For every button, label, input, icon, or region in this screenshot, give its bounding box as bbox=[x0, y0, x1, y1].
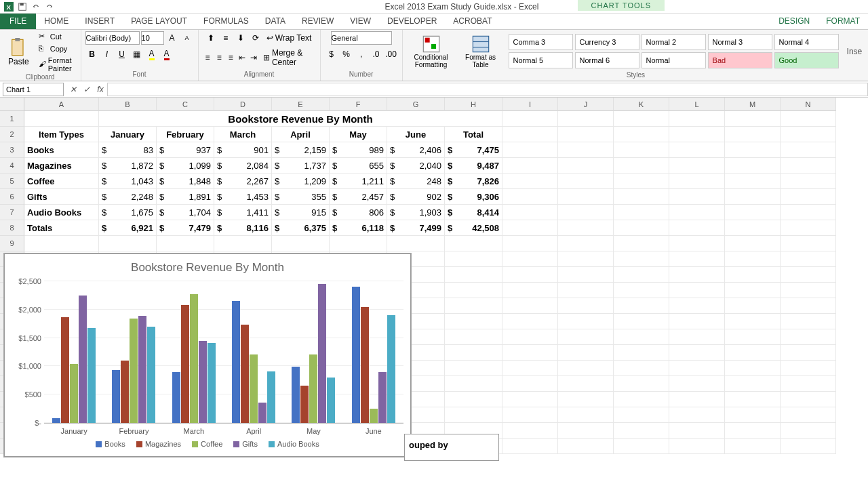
cell[interactable]: $1,737 bbox=[272, 158, 330, 174]
cut-button[interactable]: ✂Cut bbox=[36, 31, 77, 42]
cell[interactable] bbox=[669, 329, 725, 345]
cell[interactable]: $1,675 bbox=[99, 205, 157, 220]
font-color-icon[interactable]: A bbox=[160, 47, 174, 61]
cell[interactable] bbox=[502, 439, 558, 454]
cell[interactable] bbox=[502, 329, 558, 345]
cell[interactable] bbox=[669, 189, 725, 205]
cell[interactable] bbox=[502, 174, 558, 189]
percent-icon[interactable]: % bbox=[340, 47, 353, 61]
home-tab[interactable]: HOME bbox=[36, 14, 77, 29]
col-header-G[interactable]: G bbox=[387, 98, 445, 111]
cell[interactable] bbox=[725, 267, 781, 283]
bar[interactable] bbox=[292, 367, 300, 423]
cell[interactable]: $902 bbox=[387, 189, 445, 205]
cell[interactable] bbox=[558, 376, 614, 392]
cell[interactable] bbox=[558, 189, 614, 205]
cell[interactable]: $42,508 bbox=[445, 220, 502, 236]
cell[interactable]: $2,267 bbox=[214, 174, 272, 189]
cell[interactable]: March bbox=[214, 127, 272, 142]
cell[interactable]: $1,211 bbox=[330, 174, 387, 189]
cell-styles-gallery[interactable]: Comma 3 Currency 3 Normal 2 Normal 3 Nor… bbox=[506, 31, 842, 71]
cell[interactable]: January bbox=[99, 127, 157, 142]
cell[interactable] bbox=[725, 142, 781, 158]
cell[interactable] bbox=[445, 298, 502, 314]
cell[interactable] bbox=[781, 111, 836, 127]
bar[interactable] bbox=[352, 287, 360, 423]
bar[interactable] bbox=[241, 325, 249, 423]
bar[interactable] bbox=[112, 370, 120, 423]
cell[interactable] bbox=[781, 283, 836, 298]
style-currency3[interactable]: Currency 3 bbox=[575, 34, 639, 50]
bar[interactable] bbox=[208, 343, 216, 423]
col-header-B[interactable]: B bbox=[99, 98, 157, 111]
align-center-icon[interactable]: ≡ bbox=[214, 51, 224, 64]
cell[interactable] bbox=[781, 127, 836, 142]
cell[interactable]: $7,826 bbox=[445, 174, 502, 189]
bar[interactable] bbox=[190, 294, 198, 423]
cell[interactable] bbox=[502, 392, 558, 407]
cell[interactable]: Total bbox=[445, 127, 502, 142]
style-normal6[interactable]: Normal 6 bbox=[575, 52, 639, 68]
cell[interactable]: $1,411 bbox=[214, 205, 272, 220]
style-normal2[interactable]: Normal 2 bbox=[642, 34, 706, 50]
col-header-E[interactable]: E bbox=[272, 98, 330, 111]
col-header-C[interactable]: C bbox=[157, 98, 214, 111]
row-header-3[interactable]: 3 bbox=[0, 142, 24, 158]
cell[interactable] bbox=[669, 236, 725, 251]
cell[interactable] bbox=[669, 376, 725, 392]
cell[interactable] bbox=[502, 220, 558, 236]
design-tab[interactable]: DESIGN bbox=[770, 14, 818, 29]
align-left-icon[interactable]: ≡ bbox=[203, 51, 213, 64]
fill-color-icon[interactable]: A bbox=[145, 47, 159, 61]
view-tab[interactable]: VIEW bbox=[342, 14, 379, 29]
bar[interactable] bbox=[79, 296, 87, 423]
cell[interactable] bbox=[558, 236, 614, 251]
bar[interactable] bbox=[181, 305, 189, 423]
cell[interactable] bbox=[445, 329, 502, 345]
comma-icon[interactable]: , bbox=[355, 47, 368, 61]
cell[interactable] bbox=[558, 314, 614, 329]
style-normal4[interactable]: Normal 4 bbox=[774, 34, 839, 50]
insert-button-truncated[interactable]: Inse bbox=[844, 44, 865, 59]
cell[interactable]: $1,891 bbox=[157, 189, 214, 205]
bar[interactable] bbox=[138, 316, 146, 423]
bar[interactable] bbox=[267, 371, 275, 423]
col-header-L[interactable]: L bbox=[669, 98, 725, 111]
cell[interactable] bbox=[558, 142, 614, 158]
bar[interactable] bbox=[52, 418, 60, 423]
cell[interactable] bbox=[502, 158, 558, 174]
cell[interactable] bbox=[669, 392, 725, 407]
cell[interactable] bbox=[781, 298, 836, 314]
cell[interactable] bbox=[445, 314, 502, 329]
cell[interactable] bbox=[781, 158, 836, 174]
col-header-N[interactable]: N bbox=[781, 98, 836, 111]
cell[interactable] bbox=[558, 251, 614, 267]
col-header-J[interactable]: J bbox=[558, 98, 614, 111]
cell[interactable] bbox=[558, 361, 614, 376]
bar[interactable] bbox=[61, 317, 69, 423]
cell[interactable] bbox=[558, 392, 614, 407]
cell[interactable]: $1,704 bbox=[157, 205, 214, 220]
cell[interactable]: $937 bbox=[157, 142, 214, 158]
cell[interactable] bbox=[214, 236, 272, 251]
cell[interactable] bbox=[781, 220, 836, 236]
cell[interactable] bbox=[614, 423, 669, 439]
cell[interactable] bbox=[725, 329, 781, 345]
indent-inc-icon[interactable]: ⇥ bbox=[249, 51, 259, 64]
cell[interactable] bbox=[669, 158, 725, 174]
cell[interactable] bbox=[781, 189, 836, 205]
cell[interactable] bbox=[781, 407, 836, 423]
underline-button[interactable]: U bbox=[115, 47, 129, 61]
cancel-formula-icon[interactable]: ✕ bbox=[66, 83, 80, 96]
cell[interactable]: $1,043 bbox=[99, 174, 157, 189]
cell[interactable]: $6,921 bbox=[99, 220, 157, 236]
cell[interactable]: $6,118 bbox=[330, 220, 387, 236]
cell[interactable] bbox=[669, 111, 725, 127]
bar[interactable] bbox=[70, 364, 78, 423]
save-icon[interactable] bbox=[16, 1, 28, 13]
cell[interactable]: $2,457 bbox=[330, 189, 387, 205]
cell[interactable] bbox=[614, 345, 669, 361]
cell[interactable]: $1,903 bbox=[387, 205, 445, 220]
cell[interactable]: February bbox=[157, 127, 214, 142]
cell[interactable]: $2,248 bbox=[99, 189, 157, 205]
